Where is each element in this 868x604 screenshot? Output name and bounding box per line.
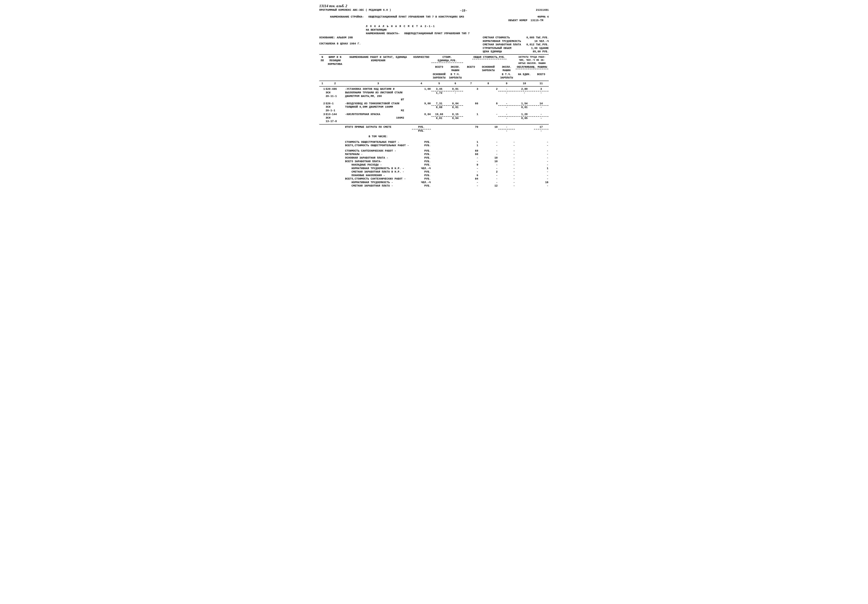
line-7: 60	[463, 153, 479, 156]
breakdown-row: НОРМАТИВНАЯ ТРУДОЕМКОСТЬ -ЧЕЛ.-Ч---18	[319, 181, 549, 184]
total-unit1: РУБ.	[412, 125, 431, 129]
line-11: -	[534, 141, 549, 144]
line-label: НОРМАТИВНАЯ ТРУДОЕМКОСТЬ В Н.Р. -	[345, 167, 412, 170]
basis-label: ОСНОВАНИЕ: АЛЬБОМ 20В	[319, 36, 361, 40]
cn5: 5	[431, 82, 447, 86]
row-qty: 0,04	[412, 113, 431, 124]
row-umach: 0,040,01	[447, 102, 463, 113]
line-label: НАКЛАДНЫЕ РАСХОДЫ -	[345, 163, 412, 167]
summary-l1: СМЕТНАЯ СТОИМОСТЬ	[483, 36, 521, 40]
line-7: -	[463, 167, 479, 170]
line-9: -	[498, 184, 515, 188]
line-8: -	[479, 181, 498, 184]
row-name: -ВОЗДУХОВОД ИЗ ТОНКОЛИСТОВОЙ СТАЛИ ТОЛЩИ…	[345, 102, 412, 113]
row-name: -КИСЛОТОУПОРНАЯ КРАСКА100М2	[345, 113, 412, 124]
row-7: 1	[463, 113, 479, 124]
cn7: 7	[463, 82, 479, 86]
row-utotal: 7,310,88	[431, 102, 447, 113]
breakdown-row: ВСЕГО,СТОИМОСТЬ ОБЩЕСТРОИТЕЛЬНЫХ РАБОТ -…	[319, 144, 549, 147]
data-table: 1Е20-486ЭСН20-11-1-УСТАНОВКА ЗОНТОВ НАД …	[319, 87, 549, 124]
breakdown-table: СТОИМОСТЬ ОБЩЕСТРОИТЕЛЬНЫХ РАБОТ -РУБ.1-…	[319, 141, 549, 188]
breakdown-row: МАТЕРИАЛЫ -РУБ.60---	[319, 153, 549, 156]
breakdown-row: СТОИМОСТЬ САНТЕХНИЧЕСКИХ РАБОТ -РУБ.69--…	[319, 149, 549, 153]
doc-code: 21311481	[536, 8, 549, 13]
line-9: -	[498, 160, 515, 163]
line-9: -	[498, 141, 515, 144]
summary-v1: 0,085 ТЫС.РУБ.	[526, 36, 549, 40]
total-11b: -	[534, 129, 549, 133]
line-label: НОРМАТИВНАЯ ТРУДОЕМКОСТЬ -	[345, 181, 412, 184]
row-9: --	[498, 102, 515, 113]
line-7: -	[463, 184, 479, 188]
breakdown-row: СМЕТНАЯ ЗАРАБОТНАЯ ПЛАТА -РУБ.-12--	[319, 184, 549, 188]
row-11: --	[534, 113, 549, 124]
summary-v3: 0,012 ТЫС.РУБ.	[526, 43, 549, 46]
line-unit: РУБ.	[412, 141, 431, 144]
stroika-value: ОБЩЕПОДСТАНЦИОННЫЙ ПУНКТ УПРАВЛЕНИЯ ТИП …	[368, 15, 464, 18]
breakdown-row	[319, 147, 549, 149]
line-11: 18	[534, 181, 549, 184]
object-num-label: ОБЪЕКТ НОМЕР	[508, 19, 527, 22]
row-10: 1,200,05	[515, 113, 533, 124]
hdr-5b: ЭКСПЛ. МАШИН	[447, 65, 463, 73]
line-label: СМЕТНАЯ ЗАРАБОТНАЯ ПЛАТА -	[345, 184, 412, 188]
line-8: 10	[479, 160, 498, 163]
table-header: NПП ШИФР И N ПОЗИЦИИ НОРМАТИВА НАИМЕНОВА…	[319, 55, 549, 80]
line-9: -	[498, 153, 515, 156]
line-label: ВСЕГО ЗАРАБОТНАЯ ПЛАТА-	[345, 160, 412, 163]
line-8: -	[479, 167, 498, 170]
object-name-label: НАИМЕНОВАНИЕ ОБЪЕКТА—	[366, 32, 399, 35]
totals-table: ИТОГО ПРЯМЫЕ ЗАТРАТЫ ПО СМЕТЕ РУБ.РУБ. 7…	[319, 125, 549, 141]
line-11: -	[534, 156, 549, 160]
row-n: 1	[319, 87, 326, 102]
row-7: 66	[463, 102, 479, 113]
total-7: 70	[463, 125, 479, 133]
line-9: -	[498, 181, 515, 184]
breakdown-row: СТОИМОСТЬ ОБЩЕСТРОИТЕЛЬНЫХ РАБОТ -РУБ.1-…	[319, 141, 549, 144]
total-9a: -	[498, 125, 515, 129]
hdr-9a: ЭКСПЛ. МАШИН	[502, 65, 511, 72]
line-8: -	[479, 153, 498, 156]
line-7: -	[463, 181, 479, 184]
cn2: 2	[326, 82, 345, 86]
row-umach: 0,150,04	[447, 113, 463, 124]
page-number: −18−	[460, 8, 467, 13]
line-9: -	[498, 170, 515, 174]
hdr-n: N	[321, 56, 323, 59]
cn4: 4	[412, 82, 431, 86]
line-11: -	[534, 170, 549, 174]
row-utotal: 19,600,81	[431, 113, 447, 124]
summary-labels: СМЕТНАЯ СТОИМОСТЬ НОРМАТИВНАЯ ТРУДОЕМКОС…	[483, 36, 521, 54]
line-9: -	[498, 149, 515, 153]
row-11: 3-	[534, 87, 549, 102]
line-unit: РУБ.	[412, 156, 431, 160]
line-11: 1	[534, 167, 549, 170]
cn11: 11	[534, 82, 549, 86]
hdr-pp: ПП	[321, 59, 324, 62]
row-name: -УСТАНОВКА ЗОНТОВ НАД ШАХТАМИ И ВЫХЛОПНЫ…	[345, 87, 412, 102]
hdr-labor: ЗАТРАТЫ ТРУДА РАБО-ЧИХ, ЧЕЛ.-Ч НЕ ЗА-НЯТ…	[515, 55, 549, 65]
summary-l2: НОРМАТИВНАЯ ТРУДОЕМКОСТЬ	[483, 40, 521, 43]
forma-label: ФОРМА 4	[520, 15, 549, 19]
program-name: ПРОГРАММНЫЙ КОМПЛЕКС АВС-3ЕС ( РЕДАКЦИЯ …	[319, 8, 391, 13]
row-qty: 9,00	[412, 102, 431, 113]
line-11: -	[534, 153, 549, 156]
row-8: -	[479, 113, 498, 124]
summary-v4: 1,00 ЗДАНИЕ	[526, 46, 549, 50]
cn8: 8	[479, 82, 498, 86]
line-7: 6	[463, 174, 479, 177]
table-row: 1Е20-486ЭСН20-11-1-УСТАНОВКА ЗОНТОВ НАД …	[319, 87, 549, 102]
line-11: -	[534, 174, 549, 177]
line-7: -	[463, 156, 479, 160]
hdr-9b: В Т.Ч. ЗАРПЛАТЫ	[498, 73, 515, 80]
cn9: 9	[498, 82, 515, 86]
line-label: СМЕТНАЯ ЗАРАБОТНАЯ ПЛАТА В Н.Р. -	[345, 170, 412, 174]
line-9: -	[498, 144, 515, 147]
breakdown-row: НОРМАТИВНАЯ ТРУДОЕМКОСТЬ В Н.Р. -ЧЕЛ.-Ч-…	[319, 167, 549, 170]
line-8: -	[479, 149, 498, 153]
breakdown-row: ПЛАНОВЫЕ НАКОПЛЕНИЯ -РУБ.6---	[319, 174, 549, 177]
line-9: -	[498, 163, 515, 167]
line-label: ОСНОВНАЯ ЗАРАБОТНАЯ ПЛАТА -	[345, 156, 412, 160]
line-11: -	[534, 184, 549, 188]
line-unit: РУБ.	[412, 174, 431, 177]
